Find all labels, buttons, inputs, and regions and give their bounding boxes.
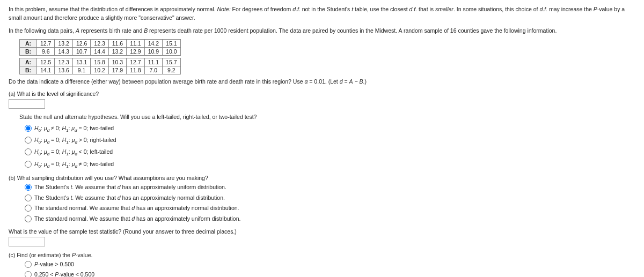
part-b-section: (b) What sampling distribution will you … xyxy=(9,175,635,223)
table2-r1c3: 13.1 xyxy=(72,58,90,66)
data-tables-container: A: 12.7 13.2 12.6 12.3 11.6 11.1 14.2 15… xyxy=(19,39,635,74)
part-b-label: (b) What sampling distribution will you … xyxy=(9,175,635,181)
table1-r1c4: 12.3 xyxy=(91,40,108,48)
hypothesis-radio-4[interactable] xyxy=(25,161,32,168)
question-intro: In the following data pairs, A represent… xyxy=(9,27,635,35)
table2-r2c5: 17.9 xyxy=(108,66,126,74)
hypothesis-radio-1[interactable] xyxy=(25,125,32,132)
hypothesis-label-3[interactable]: H0: μd = 0; H1: μd < 0; left-tailed xyxy=(34,148,113,157)
part-c-section: (c) Find (or estimate) the P-value. P-va… xyxy=(9,252,635,277)
table1-r2c5: 13.2 xyxy=(108,48,126,56)
hypothesis-radio-group: H0: μd ≠ 0; H1: μd = 0; two-tailed H0: μ… xyxy=(25,124,635,169)
sampling-option-2: The Student's t. We assume that d has an… xyxy=(25,194,635,202)
table1-row1-label: A: xyxy=(20,40,37,48)
hypothesis-radio-3[interactable] xyxy=(25,148,32,155)
table2-r1c4: 15.8 xyxy=(91,58,108,66)
hypothesis-label-4[interactable]: H0: μd = 0; H1: μd ≠ 0; two-tailed xyxy=(34,160,114,169)
table2-r2c6: 11.8 xyxy=(127,66,144,74)
sampling-radio-group: The Student's t. We assume that d has an… xyxy=(25,183,635,223)
sampling-radio-3[interactable] xyxy=(25,205,32,212)
table2-r1c6: 12.7 xyxy=(127,58,144,66)
table2-r2c1: 14.1 xyxy=(37,66,55,74)
table1-r1c7: 14.2 xyxy=(144,40,162,48)
sampling-radio-4[interactable] xyxy=(25,215,32,222)
table2-r2c8: 9.2 xyxy=(163,66,180,74)
hypothesis-option-2: H0: μd = 0; H1: μd > 0; right-tailed xyxy=(25,136,635,145)
pvalue-option-1: P-value > 0.500 xyxy=(25,260,635,268)
significance-level-input[interactable] xyxy=(9,99,45,109)
pvalue-label-2[interactable]: 0.250 < P-value < 0.500 xyxy=(34,271,94,277)
sampling-option-3: The standard normal. We assume that d ha… xyxy=(25,204,635,212)
table2-r2c4: 10.2 xyxy=(91,66,108,74)
table1-r1c3: 12.6 xyxy=(72,40,90,48)
sampling-option-4: The standard normal. We assume that d ha… xyxy=(25,215,635,223)
do-data-question: Do the data indicate a difference (eithe… xyxy=(9,78,635,86)
hypothesis-option-3: H0: μd = 0; H1: μd < 0; left-tailed xyxy=(25,148,635,157)
sampling-label-1[interactable]: The Student's t. We assume that d has an… xyxy=(34,183,226,191)
table1-r2c2: 14.3 xyxy=(55,48,72,56)
hypothesis-label-2[interactable]: H0: μd = 0; H1: μd > 0; right-tailed xyxy=(34,136,116,145)
table1-r2c4: 14.4 xyxy=(91,48,108,56)
table2-r1c2: 12.3 xyxy=(55,58,72,66)
pvalue-label-1[interactable]: P-value > 0.500 xyxy=(34,260,74,268)
table1-row2-label: B: xyxy=(20,48,37,56)
table2-row1-label: A: xyxy=(20,58,37,66)
table2-r2c2: 13.6 xyxy=(55,66,72,74)
table1-r1c5: 11.6 xyxy=(108,40,126,48)
hypothesis-radio-2[interactable] xyxy=(25,137,32,144)
test-statistic-input[interactable] xyxy=(9,237,45,246)
hypothesis-option-4: H0: μd = 0; H1: μd ≠ 0; two-tailed xyxy=(25,160,635,169)
sampling-radio-1[interactable] xyxy=(25,184,32,191)
hypothesis-label-1[interactable]: H0: μd ≠ 0; H1: μd = 0; two-tailed xyxy=(34,124,114,133)
hypothesis-option-1: H0: μd ≠ 0; H1: μd = 0; two-tailed xyxy=(25,124,635,133)
sampling-radio-2[interactable] xyxy=(25,194,32,201)
table1-r1c1: 12.7 xyxy=(37,40,55,48)
table1-r2c6: 12.9 xyxy=(127,48,144,56)
pvalue-radio-group: P-value > 0.500 0.250 < P-value < 0.500 … xyxy=(25,260,635,277)
table2-r1c1: 12.5 xyxy=(37,58,55,66)
sampling-label-3[interactable]: The standard normal. We assume that d ha… xyxy=(34,204,239,212)
state-hypotheses-text: State the null and alternate hypotheses.… xyxy=(19,113,635,122)
table1-r1c6: 11.1 xyxy=(127,40,144,48)
test-statistic-section: What is the value of the sample test sta… xyxy=(9,228,635,246)
table2-r1c7: 11.1 xyxy=(144,58,162,66)
sampling-option-1: The Student's t. We assume that d has an… xyxy=(25,183,635,191)
intro-paragraph: In this problem, assume that the distrib… xyxy=(9,5,635,23)
table1-r2c1: 9.6 xyxy=(37,48,55,56)
table2-r2c3: 9.1 xyxy=(72,66,90,74)
sampling-label-2[interactable]: The Student's t. We assume that d has an… xyxy=(34,194,225,202)
table1-r2c8: 10.0 xyxy=(163,48,180,56)
data-table-2: A: 12.5 12.3 13.1 15.8 10.3 12.7 11.1 15… xyxy=(19,58,181,74)
table2-r1c8: 15.7 xyxy=(163,58,180,66)
test-statistic-label: What is the value of the sample test sta… xyxy=(9,228,635,235)
table1-r2c7: 10.9 xyxy=(144,48,162,56)
table1-r1c8: 15.1 xyxy=(163,40,180,48)
part-a-label: (a) What is the level of significance? xyxy=(9,91,635,97)
part-c-label: (c) Find (or estimate) the P-value. xyxy=(9,252,635,258)
table2-row2-label: B: xyxy=(20,66,37,74)
sampling-label-4[interactable]: The standard normal. We assume that d ha… xyxy=(34,215,240,223)
table2-r1c5: 10.3 xyxy=(108,58,126,66)
data-table-1: A: 12.7 13.2 12.6 12.3 11.6 11.1 14.2 15… xyxy=(19,39,181,56)
table2-r2c7: 7.0 xyxy=(144,66,162,74)
table1-r2c3: 10.7 xyxy=(72,48,90,56)
pvalue-radio-2[interactable] xyxy=(25,271,32,277)
pvalue-option-2: 0.250 < P-value < 0.500 xyxy=(25,271,635,277)
pvalue-radio-1[interactable] xyxy=(25,261,32,268)
table1-r1c2: 13.2 xyxy=(55,40,72,48)
